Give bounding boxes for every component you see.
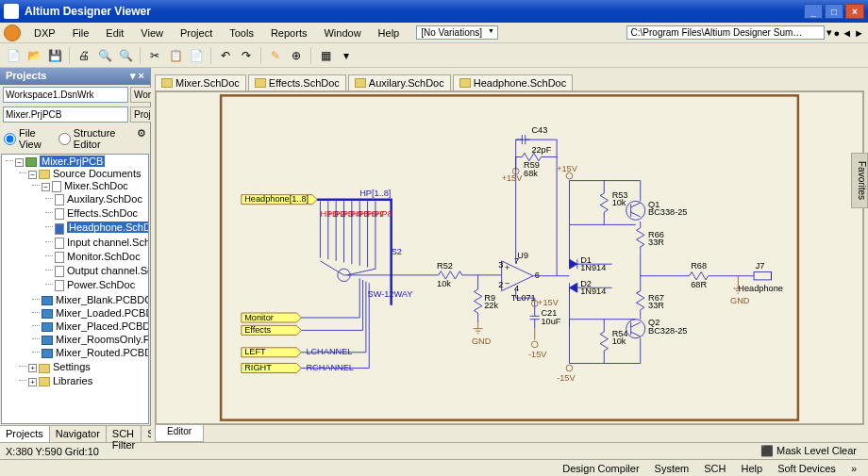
svg-text:10k: 10k	[612, 198, 626, 207]
svg-text:Monitor: Monitor	[244, 313, 274, 322]
svg-text:R52: R52	[437, 261, 453, 271]
menu-file[interactable]: File	[65, 25, 97, 41]
tree-pcb: Mixer_Blank.PCBDOC	[42, 293, 148, 306]
menu-window[interactable]: Window	[316, 25, 368, 41]
dxp-icon[interactable]	[4, 25, 21, 41]
schematic-canvas[interactable]: Headphone[1..8] Monitor Effects LEFT LCH…	[155, 90, 864, 425]
zoom-icon[interactable]: 🔍	[116, 46, 135, 65]
cross-probe-icon[interactable]: ⊕	[287, 46, 306, 65]
svg-text:22pF: 22pF	[531, 145, 551, 155]
svg-text:33R: 33R	[648, 238, 664, 247]
doc-icon	[161, 78, 173, 88]
list-icon[interactable]: ▦	[316, 46, 335, 65]
svg-text:TL071: TL071	[511, 293, 536, 303]
save-icon[interactable]: 💾	[45, 46, 64, 65]
svg-text:+: +	[505, 263, 509, 272]
menu-project[interactable]: Project	[173, 25, 220, 41]
copy-icon[interactable]: 📋	[166, 46, 185, 65]
workspace-input[interactable]	[3, 87, 128, 103]
maximize-button[interactable]: □	[825, 4, 843, 19]
project-input[interactable]	[3, 107, 128, 123]
svg-text:4: 4	[514, 284, 519, 293]
doc-tab-auxilary[interactable]: Auxilary.SchDoc	[348, 74, 451, 90]
editor-area: Mixer.SchDoc Effects.SchDoc Auxilary.Sch…	[151, 68, 868, 442]
path-back-icon[interactable]: ◄	[842, 27, 852, 39]
structure-editor-radio[interactable]: Structure Editor	[58, 127, 127, 150]
paste-icon[interactable]: 📄	[187, 46, 206, 65]
status-soft-devices[interactable]: Soft Devices	[772, 462, 842, 475]
doc-icon	[255, 78, 266, 88]
status-pin-icon[interactable]: »	[845, 462, 862, 475]
svg-text:LCHANNEL: LCHANNEL	[306, 347, 352, 356]
close-button[interactable]: ×	[845, 4, 864, 19]
favorites-tab[interactable]: Favorites	[851, 153, 868, 208]
tree-item: Power.SchDoc	[55, 278, 148, 292]
preview-icon[interactable]: 🔍	[95, 46, 114, 65]
svg-text:C43: C43	[531, 125, 547, 135]
svg-text:RIGHT: RIGHT	[244, 363, 272, 372]
print-icon[interactable]: 🖨	[75, 46, 93, 65]
status-sch[interactable]: SCH	[698, 462, 731, 475]
doc-tab-effects[interactable]: Effects.SchDoc	[248, 74, 346, 90]
redo-icon[interactable]: ↷	[237, 46, 256, 65]
doc-icon	[459, 78, 471, 88]
highlight-icon[interactable]: ✎	[266, 46, 285, 65]
panel-settings-icon[interactable]: ⚙	[137, 127, 146, 150]
status-help[interactable]: Help	[736, 462, 769, 475]
status-maskleft[interactable]: ⬛ Mask Level Clear	[755, 444, 862, 458]
svg-rect-1	[218, 92, 801, 423]
window-title: Altium Designer Viewer	[25, 5, 804, 18]
status-design-compiler[interactable]: Design Compiler	[557, 462, 644, 475]
tree-pcb: Mixer_Routed.PCBDOC	[42, 346, 148, 359]
undo-icon[interactable]: ↶	[216, 46, 235, 65]
path-go-icon[interactable]: ●	[834, 27, 841, 39]
doc-tab-headphone[interactable]: Headphone.SchDoc	[453, 74, 573, 90]
svg-text:-15V: -15V	[528, 350, 547, 359]
menu-help[interactable]: Help	[371, 25, 408, 41]
svg-text:−: −	[505, 279, 509, 288]
editor-bottom-tabs: Editor	[155, 425, 864, 442]
editor-tab[interactable]: Editor	[155, 425, 204, 442]
cut-icon[interactable]: ✂	[145, 46, 164, 65]
path-fwd-icon[interactable]: ►	[854, 27, 864, 39]
menu-reports[interactable]: Reports	[263, 25, 315, 41]
svg-text:Headphone[1..8]: Headphone[1..8]	[244, 194, 309, 204]
file-view-radio[interactable]: File View	[4, 127, 49, 150]
tab-sch-filter[interactable]: SCH Filter	[107, 426, 142, 442]
schematic-svg: Headphone[1..8] Monitor Effects LEFT LCH…	[157, 92, 862, 423]
svg-text:R68: R68	[691, 261, 707, 271]
title-bar: Altium Designer Viewer _ □ ×	[0, 0, 868, 23]
svg-text:10k: 10k	[437, 279, 451, 288]
panel-close-icon[interactable]: ▾ ×	[130, 70, 144, 83]
svg-text:LEFT: LEFT	[244, 347, 266, 356]
tree-item: Monitor.SchDoc	[55, 250, 148, 264]
new-icon[interactable]: 📄	[4, 46, 23, 65]
panel-title-bar: Projects ▾ ×	[0, 68, 150, 85]
status-system[interactable]: System	[649, 462, 695, 475]
svg-text:Effects: Effects	[244, 325, 271, 335]
menu-dxp[interactable]: DXP	[26, 25, 63, 41]
tree-item-selected: Headphone.SchDoc	[55, 221, 148, 235]
open-icon[interactable]: 📂	[25, 46, 43, 65]
tree-item: Input channel.SchDoc	[55, 236, 148, 250]
minimize-button[interactable]: _	[804, 4, 823, 19]
svg-text:6: 6	[535, 271, 540, 280]
dropdown-icon[interactable]: ▾	[337, 46, 356, 65]
doc-tab-mixer[interactable]: Mixer.SchDoc	[155, 74, 246, 90]
svg-text:GND: GND	[730, 296, 750, 305]
menu-edit[interactable]: Edit	[98, 25, 131, 41]
path-dropdown-icon[interactable]: ▾	[826, 26, 832, 39]
tree-mixer-sch: Mixer.SchDoc	[64, 180, 128, 191]
status-bar-2: Design Compiler System SCH Help Soft Dev…	[0, 459, 868, 476]
app-icon	[4, 4, 19, 19]
svg-text:68R: 68R	[691, 280, 707, 289]
variations-dropdown[interactable]: [No Variations]	[416, 25, 498, 40]
path-field[interactable]: C:\Program Files\Altium Designer Sum…	[626, 25, 825, 40]
svg-text:-15V: -15V	[557, 373, 576, 383]
tab-navigator[interactable]: Navigator	[50, 426, 107, 442]
tab-projects[interactable]: Projects	[0, 426, 50, 442]
menu-tools[interactable]: Tools	[222, 25, 261, 41]
svg-text:SW-12WAY: SW-12WAY	[368, 289, 413, 299]
project-tree[interactable]: −Mixer.PrjPCB −Source Documents −Mixer.S…	[1, 154, 149, 424]
menu-view[interactable]: View	[133, 25, 171, 41]
